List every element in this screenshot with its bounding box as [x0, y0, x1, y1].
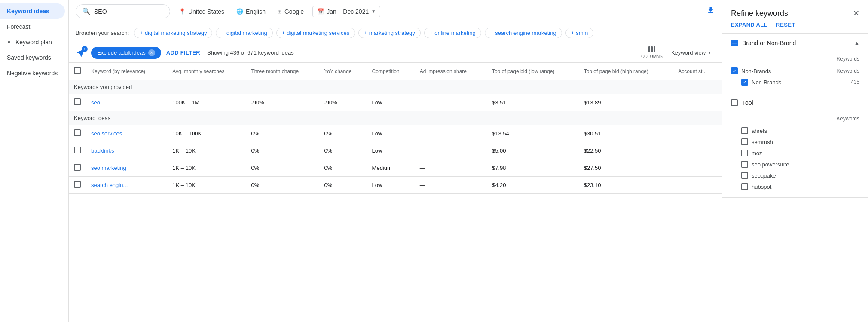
table-row: seo 100K – 1M -90% -90% Low — $3.51 $13.…	[69, 94, 722, 111]
broaden-chip-label: digital marketing strategy	[145, 30, 207, 36]
plus-icon: +	[140, 30, 143, 36]
select-all-checkbox[interactable]	[74, 67, 81, 74]
sidebar-item-saved-keywords[interactable]: Saved keywords	[0, 50, 65, 65]
semrush-checkbox[interactable]	[741, 138, 748, 145]
broaden-chip-0[interactable]: + digital marketing strategy	[134, 28, 212, 38]
yoy-cell: 0%	[319, 125, 367, 142]
search-box[interactable]: 🔍	[76, 4, 170, 18]
hubspot-label: hubspot	[752, 184, 859, 190]
three-month-cell: 0%	[246, 142, 319, 159]
select-all-header[interactable]	[69, 63, 86, 80]
th-top-page-low[interactable]: Top of page bid (low range)	[487, 63, 579, 80]
th-account-st[interactable]: Account st...	[673, 63, 722, 80]
refine-row-non-brands: Non-Brands 435	[731, 77, 859, 88]
refine-panel: Refine keywords ✕ EXPAND ALL RESET Brand…	[722, 0, 868, 322]
refine-section-brand-body: Keywords Non-Brands Keywords Non-Brands …	[722, 52, 868, 93]
row-checkbox[interactable]	[74, 98, 81, 105]
three-month-cell: 0%	[246, 177, 319, 194]
date-range-label: Jan – Dec 2021	[327, 8, 369, 15]
sidebar-item-keyword-plan[interactable]: ▼ Keyword plan	[0, 34, 65, 50]
date-range-filter[interactable]: 📅 Jan – Dec 2021 ▼	[312, 6, 380, 17]
location-filter[interactable]: 📍 United States	[175, 6, 228, 17]
keyword-cell: backlinks	[86, 142, 167, 159]
table-section-header: Keywords you provided	[69, 80, 722, 94]
brand-section-checkbox[interactable]	[731, 40, 738, 46]
table-row: search engin... 1K – 10K 0% 0% Low — $4.…	[69, 177, 722, 194]
topbar: 🔍 📍 United States 🌐 English ⊞ Google 📅 J…	[69, 0, 722, 23]
sidebar-item-label: Keyword ideas	[7, 8, 49, 15]
avg-monthly-cell: 1K – 10K	[167, 177, 246, 194]
broaden-chip-1[interactable]: + digital marketing	[216, 28, 272, 38]
moz-checkbox[interactable]	[741, 150, 748, 156]
broaden-chip-4[interactable]: + online marketing	[424, 28, 481, 38]
broaden-chip-6[interactable]: + smm	[565, 28, 594, 38]
seoquake-checkbox[interactable]	[741, 172, 748, 179]
refine-section-brand-header[interactable]: Brand or Non-Brand ▲	[722, 34, 868, 52]
th-avg-monthly[interactable]: Avg. monthly searches	[167, 63, 246, 80]
exclude-adult-button[interactable]: Exclude adult ideas ✕	[91, 47, 161, 59]
engine-filter[interactable]: ⊞ Google	[274, 6, 307, 17]
avg-monthly-cell: 1K – 10K	[167, 159, 246, 177]
reset-button[interactable]: RESET	[776, 21, 795, 28]
th-competition[interactable]: Competition	[367, 63, 415, 80]
ahrefs-checkbox[interactable]	[741, 127, 748, 134]
th-yoy[interactable]: YoY change	[319, 63, 367, 80]
three-month-cell: 0%	[246, 125, 319, 142]
plus-icon: +	[282, 30, 285, 36]
sidebar-item-forecast[interactable]: Forecast	[0, 19, 65, 34]
refine-section-tool-title: Tool	[731, 99, 753, 106]
search-input[interactable]	[94, 8, 154, 15]
language-filter[interactable]: 🌐 English	[233, 6, 269, 17]
three-month-cell: -90%	[246, 94, 319, 111]
close-panel-button[interactable]: ✕	[853, 9, 859, 18]
refine-header: Refine keywords ✕	[722, 0, 868, 21]
row-checkbox[interactable]	[74, 181, 81, 188]
th-keyword[interactable]: Keyword (by relevance)	[86, 63, 167, 80]
th-three-month[interactable]: Three month change	[246, 63, 319, 80]
broaden-chip-label: marketing strategy	[369, 30, 415, 36]
expand-all-button[interactable]: EXPAND ALL	[731, 21, 767, 28]
moz-label: moz	[752, 150, 859, 156]
columns-button[interactable]: COLUMNS	[641, 46, 663, 59]
yoy-cell: 0%	[319, 159, 367, 177]
th-top-page-high[interactable]: Top of page bid (high range)	[579, 63, 673, 80]
account-st-cell	[673, 159, 722, 177]
row-checkbox[interactable]	[74, 164, 81, 171]
row-checkbox[interactable]	[74, 147, 81, 153]
top-low-cell: $5.00	[487, 142, 579, 159]
avg-monthly-cell: 10K – 100K	[167, 125, 246, 142]
location-icon: 📍	[179, 8, 186, 15]
row-checkbox[interactable]	[74, 129, 81, 136]
seo-powersuite-checkbox[interactable]	[741, 161, 748, 168]
broaden-label: Broaden your search:	[76, 30, 129, 36]
keyword-cell: search engin...	[86, 177, 167, 194]
top-high-cell: $30.51	[579, 125, 673, 142]
competition-cell: Low	[367, 177, 415, 194]
keyword-cell: seo	[86, 94, 167, 111]
download-button[interactable]	[706, 6, 715, 17]
keyword-table: Keyword (by relevance) Avg. monthly sear…	[69, 63, 722, 194]
engine-label: Google	[284, 8, 304, 15]
non-brands-child-checkbox[interactable]	[741, 79, 748, 86]
hubspot-checkbox[interactable]	[741, 183, 748, 190]
tool-section-checkbox[interactable]	[731, 99, 738, 106]
chevron-down-icon: ▼	[7, 40, 11, 45]
ad-impression-cell: —	[415, 94, 487, 111]
refine-section-tool-header[interactable]: Tool	[722, 93, 868, 112]
broaden-row: Broaden your search: + digital marketing…	[69, 23, 722, 43]
sidebar-item-negative-keywords[interactable]: Negative keywords	[0, 65, 65, 81]
sidebar: Keyword ideas Forecast ▼ Keyword plan Sa…	[0, 0, 69, 322]
broaden-chip-3[interactable]: + marketing strategy	[358, 28, 421, 38]
sidebar-item-keyword-ideas[interactable]: Keyword ideas	[0, 3, 65, 19]
bird-filter-icon[interactable]: 1	[76, 48, 86, 58]
top-low-cell: $7.98	[487, 159, 579, 177]
broaden-chip-5[interactable]: + search engine marketing	[485, 28, 562, 38]
ad-impression-cell: —	[415, 142, 487, 159]
keyword-view-button[interactable]: Keyword view ▼	[668, 48, 715, 58]
table-header-row: Keyword (by relevance) Avg. monthly sear…	[69, 63, 722, 80]
non-brands-checkbox[interactable]	[731, 67, 738, 74]
add-filter-button[interactable]: ADD FILTER	[166, 49, 200, 56]
broaden-chip-2[interactable]: + digital marketing services	[276, 28, 355, 38]
sidebar-item-label: Forecast	[7, 23, 30, 30]
th-ad-impression[interactable]: Ad impression share	[415, 63, 487, 80]
